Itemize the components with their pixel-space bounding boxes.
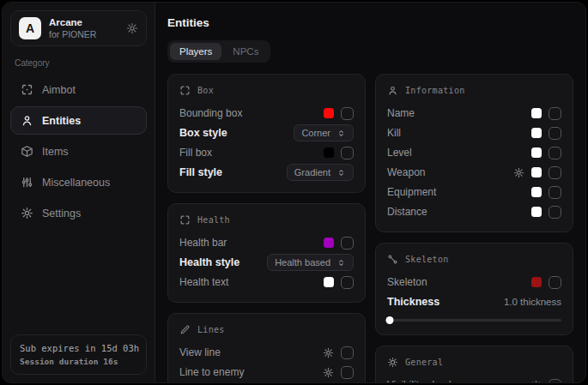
- left-column: Box Bounding box Box style Corner: [167, 74, 366, 382]
- view-line-checkbox[interactable]: [341, 346, 354, 359]
- row-label: Bounding box: [179, 107, 242, 119]
- color-swatch[interactable]: [531, 108, 542, 118]
- row-label: Equipment: [387, 186, 436, 198]
- color-swatch[interactable]: [324, 238, 334, 248]
- sliders-icon: [21, 176, 33, 189]
- panel-health-header: Health: [179, 214, 354, 226]
- brand-subtitle: for PIONER: [49, 29, 96, 39]
- distance-checkbox[interactable]: [549, 206, 561, 219]
- panel-lines-header: Lines: [179, 324, 354, 335]
- panel-health: Health Health bar Health style Health ba…: [167, 203, 366, 303]
- page-title: Entities: [167, 16, 573, 29]
- fill-box-checkbox[interactable]: [341, 147, 354, 159]
- color-swatch[interactable]: [531, 207, 542, 217]
- person-icon: [387, 85, 398, 96]
- pencil-icon: [179, 324, 191, 335]
- color-swatch[interactable]: [324, 108, 334, 118]
- sidebar-item-entities[interactable]: Entities: [10, 106, 147, 135]
- gear-icon[interactable]: [126, 22, 138, 34]
- kill-checkbox[interactable]: [549, 127, 561, 140]
- name-checkbox[interactable]: [549, 107, 561, 120]
- sidebar-item-miscellaneous[interactable]: Miscellaneous: [10, 168, 147, 196]
- setting-row-thickness: Thickness 1.0 thickness: [387, 292, 561, 311]
- sun-icon: [387, 357, 398, 368]
- bone-icon: [387, 254, 398, 265]
- sidebar-item-items[interactable]: Items: [10, 137, 147, 165]
- row-label: Health bar: [179, 237, 227, 249]
- row-label: Distance: [387, 206, 427, 218]
- sidebar: A Arcane for PIONER Category Aimbot Enti…: [3, 3, 155, 382]
- color-swatch[interactable]: [324, 147, 334, 158]
- setting-row-health-text: Health text: [179, 273, 354, 292]
- sidebar-item-label: Settings: [42, 208, 81, 220]
- color-swatch[interactable]: [531, 147, 542, 158]
- app-window: A Arcane for PIONER Category Aimbot Enti…: [2, 2, 586, 383]
- panel-title: General: [405, 358, 443, 367]
- row-label: Thickness: [387, 296, 439, 308]
- panel-general: General Visibility check Max distance: [375, 346, 573, 382]
- sidebar-item-label: Items: [42, 146, 69, 158]
- box-style-dropdown[interactable]: Corner: [294, 124, 354, 141]
- row-label: Health text: [179, 276, 228, 288]
- color-swatch[interactable]: [324, 277, 334, 287]
- panel-information: Information Name Kill: [375, 74, 573, 232]
- gear-icon[interactable]: [513, 167, 524, 178]
- panel-box: Box Bounding box Box style Corner: [167, 74, 366, 193]
- setting-row-health-style: Health style Health based: [179, 253, 354, 272]
- panel-title: Information: [405, 86, 465, 95]
- panel-general-header: General: [387, 357, 561, 368]
- setting-row-fill-style: Fill style Gradient: [179, 163, 354, 182]
- weapon-checkbox[interactable]: [549, 166, 561, 179]
- setting-row-distance: Distance: [387, 202, 561, 221]
- unfold-icon: [336, 168, 346, 177]
- tab-npcs[interactable]: NPCs: [223, 43, 268, 60]
- slider-track: [387, 319, 561, 322]
- health-bar-checkbox[interactable]: [341, 237, 354, 250]
- setting-row-skeleton: Skeleton: [387, 273, 561, 292]
- panel-title: Box: [197, 86, 214, 95]
- crosshair-scan-icon: [21, 83, 33, 96]
- visibility-check-checkbox[interactable]: [549, 379, 561, 383]
- panel-columns: Box Bounding box Box style Corner: [167, 74, 573, 382]
- panel-title: Skeleton: [405, 255, 449, 264]
- sidebar-item-settings[interactable]: Settings: [10, 199, 147, 227]
- setting-row-visibility-check: Visibility check: [387, 376, 561, 382]
- color-swatch[interactable]: [531, 167, 542, 177]
- level-checkbox[interactable]: [549, 147, 561, 159]
- tab-players[interactable]: Players: [170, 43, 221, 60]
- row-label: Kill: [387, 127, 401, 139]
- sidebar-item-aimbot[interactable]: Aimbot: [10, 75, 147, 104]
- equipment-checkbox[interactable]: [549, 186, 561, 199]
- line-to-enemy-checkbox[interactable]: [341, 366, 354, 379]
- sidebar-item-label: Miscellaneous: [42, 177, 110, 189]
- right-column: Information Name Kill: [375, 74, 573, 382]
- row-label: Health style: [179, 256, 239, 268]
- health-style-dropdown[interactable]: Health based: [267, 254, 354, 271]
- color-swatch[interactable]: [531, 128, 542, 138]
- setting-row-health-bar: Health bar: [179, 233, 354, 252]
- color-swatch[interactable]: [531, 277, 542, 287]
- slider-thumb[interactable]: [386, 316, 394, 324]
- unfold-icon: [336, 258, 346, 268]
- color-swatch[interactable]: [531, 187, 542, 197]
- gear-icon[interactable]: [530, 380, 542, 383]
- gear-icon[interactable]: [323, 367, 334, 378]
- thickness-slider[interactable]: [387, 316, 561, 324]
- gear-icon[interactable]: [323, 347, 334, 358]
- main-content: Entities Players NPCs Box Bounding box: [155, 3, 585, 382]
- panel-box-header: Box: [179, 85, 354, 96]
- sidebar-item-label: Aimbot: [42, 84, 76, 96]
- panel-lines: Lines View line Line to enemy: [167, 313, 366, 382]
- setting-row-line-to-enemy: Line to enemy: [179, 363, 354, 382]
- dropdown-value: Corner: [301, 128, 330, 138]
- fill-style-dropdown[interactable]: Gradient: [287, 164, 354, 181]
- bounding-box-checkbox[interactable]: [341, 107, 354, 120]
- health-text-checkbox[interactable]: [341, 276, 354, 289]
- tab-bar: Players NPCs: [167, 40, 270, 63]
- sub-expiry-text: Sub expires in 15d 03h: [20, 343, 137, 353]
- panel-title: Lines: [197, 325, 225, 334]
- brand-card: A Arcane for PIONER: [10, 10, 147, 46]
- skeleton-checkbox[interactable]: [549, 276, 561, 289]
- panel-information-header: Information: [387, 85, 561, 96]
- package-icon: [21, 145, 33, 158]
